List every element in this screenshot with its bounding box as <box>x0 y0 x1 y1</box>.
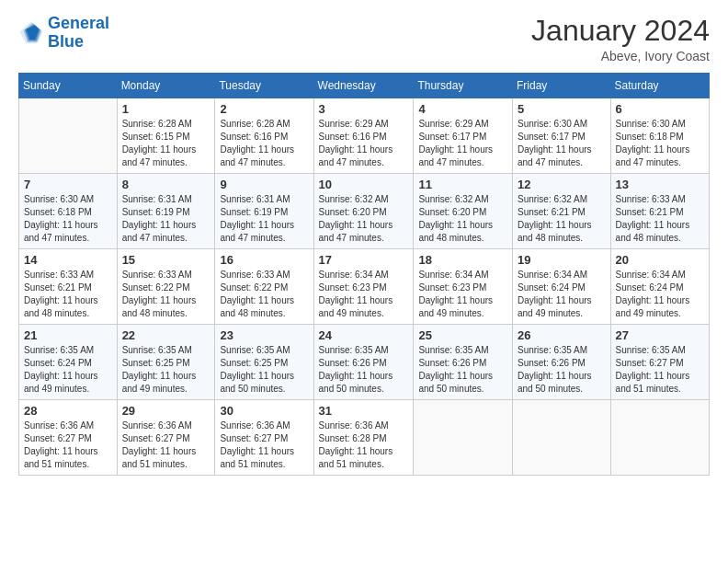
day-info: Sunrise: 6:34 AMSunset: 6:23 PMDaylight:… <box>319 269 409 320</box>
day-number: 1 <box>122 102 210 116</box>
calendar-cell: 28Sunrise: 6:36 AMSunset: 6:27 PMDayligh… <box>19 400 118 476</box>
logo: General Blue <box>18 15 109 52</box>
day-number: 27 <box>616 328 704 342</box>
day-number: 19 <box>518 253 606 267</box>
calendar-week-row: 21Sunrise: 6:35 AMSunset: 6:24 PMDayligh… <box>19 325 710 400</box>
day-info: Sunrise: 6:35 AMSunset: 6:24 PMDaylight:… <box>24 344 112 396</box>
day-number: 12 <box>518 178 606 191</box>
day-info: Sunrise: 6:36 AMSunset: 6:27 PMDaylight:… <box>24 419 112 471</box>
calendar-cell: 10Sunrise: 6:32 AMSunset: 6:20 PMDayligh… <box>313 174 414 249</box>
calendar-cell: 18Sunrise: 6:34 AMSunset: 6:23 PMDayligh… <box>414 249 513 325</box>
day-number: 26 <box>518 328 606 342</box>
calendar-cell: 12Sunrise: 6:32 AMSunset: 6:21 PMDayligh… <box>512 174 610 249</box>
calendar-cell: 8Sunrise: 6:31 AMSunset: 6:19 PMDaylight… <box>117 174 215 249</box>
calendar-cell: 4Sunrise: 6:29 AMSunset: 6:17 PMDaylight… <box>414 98 513 174</box>
day-number: 14 <box>24 253 112 267</box>
calendar-cell: 29Sunrise: 6:36 AMSunset: 6:27 PMDayligh… <box>117 400 215 476</box>
day-number: 8 <box>122 178 210 191</box>
day-info: Sunrise: 6:33 AMSunset: 6:22 PMDaylight:… <box>220 269 308 320</box>
calendar-cell: 25Sunrise: 6:35 AMSunset: 6:26 PMDayligh… <box>414 325 513 400</box>
day-number: 13 <box>616 178 704 191</box>
calendar-cell: 24Sunrise: 6:35 AMSunset: 6:26 PMDayligh… <box>313 325 414 400</box>
title-block: January 2024 Abeve, Ivory Coast <box>531 15 710 63</box>
day-info: Sunrise: 6:28 AMSunset: 6:16 PMDaylight:… <box>220 118 308 169</box>
day-number: 29 <box>122 404 210 418</box>
day-header-wednesday: Wednesday <box>313 74 414 98</box>
day-header-saturday: Saturday <box>610 74 709 98</box>
day-info: Sunrise: 6:36 AMSunset: 6:27 PMDaylight:… <box>220 419 308 471</box>
day-info: Sunrise: 6:32 AMSunset: 6:20 PMDaylight:… <box>418 193 507 245</box>
calendar-week-row: 7Sunrise: 6:30 AMSunset: 6:18 PMDaylight… <box>19 174 710 249</box>
day-header-thursday: Thursday <box>414 74 513 98</box>
day-number: 16 <box>220 253 308 267</box>
day-info: Sunrise: 6:33 AMSunset: 6:21 PMDaylight:… <box>24 269 112 320</box>
day-header-monday: Monday <box>117 74 215 98</box>
page: General Blue January 2024 Abeve, Ivory C… <box>0 0 728 563</box>
calendar-cell: 19Sunrise: 6:34 AMSunset: 6:24 PMDayligh… <box>512 249 610 325</box>
day-info: Sunrise: 6:35 AMSunset: 6:25 PMDaylight:… <box>122 344 210 396</box>
day-number: 15 <box>122 253 210 267</box>
day-number: 17 <box>319 253 409 267</box>
day-number: 7 <box>24 178 112 191</box>
day-header-tuesday: Tuesday <box>215 74 313 98</box>
day-info: Sunrise: 6:30 AMSunset: 6:18 PMDaylight:… <box>616 118 704 169</box>
day-info: Sunrise: 6:34 AMSunset: 6:23 PMDaylight:… <box>418 269 507 320</box>
day-number: 10 <box>319 178 409 191</box>
day-number: 30 <box>220 404 308 418</box>
day-info: Sunrise: 6:36 AMSunset: 6:27 PMDaylight:… <box>122 419 210 471</box>
calendar-cell: 7Sunrise: 6:30 AMSunset: 6:18 PMDaylight… <box>19 174 118 249</box>
day-info: Sunrise: 6:34 AMSunset: 6:24 PMDaylight:… <box>616 269 704 320</box>
calendar-cell: 3Sunrise: 6:29 AMSunset: 6:16 PMDaylight… <box>313 98 414 174</box>
day-info: Sunrise: 6:28 AMSunset: 6:15 PMDaylight:… <box>122 118 210 169</box>
day-info: Sunrise: 6:30 AMSunset: 6:17 PMDaylight:… <box>518 118 606 169</box>
calendar-cell: 20Sunrise: 6:34 AMSunset: 6:24 PMDayligh… <box>610 249 709 325</box>
day-number: 23 <box>220 328 308 342</box>
calendar-cell <box>414 400 513 476</box>
day-info: Sunrise: 6:35 AMSunset: 6:26 PMDaylight:… <box>418 344 507 396</box>
calendar-cell: 22Sunrise: 6:35 AMSunset: 6:25 PMDayligh… <box>117 325 215 400</box>
day-info: Sunrise: 6:32 AMSunset: 6:21 PMDaylight:… <box>518 193 606 245</box>
day-number: 25 <box>418 328 507 342</box>
calendar-cell: 14Sunrise: 6:33 AMSunset: 6:21 PMDayligh… <box>19 249 118 325</box>
calendar-cell: 21Sunrise: 6:35 AMSunset: 6:24 PMDayligh… <box>19 325 118 400</box>
calendar-cell: 6Sunrise: 6:30 AMSunset: 6:18 PMDaylight… <box>610 98 709 174</box>
day-number: 3 <box>319 102 409 116</box>
calendar-cell: 23Sunrise: 6:35 AMSunset: 6:25 PMDayligh… <box>215 325 313 400</box>
day-number: 5 <box>518 102 606 116</box>
calendar-cell <box>610 400 709 476</box>
calendar-header-row: SundayMondayTuesdayWednesdayThursdayFrid… <box>19 74 710 98</box>
calendar-cell: 26Sunrise: 6:35 AMSunset: 6:26 PMDayligh… <box>512 325 610 400</box>
day-number: 11 <box>418 178 507 191</box>
calendar-cell: 11Sunrise: 6:32 AMSunset: 6:20 PMDayligh… <box>414 174 513 249</box>
day-number: 2 <box>220 102 308 116</box>
day-number: 6 <box>616 102 704 116</box>
day-info: Sunrise: 6:35 AMSunset: 6:26 PMDaylight:… <box>319 344 409 396</box>
logo-text: General Blue <box>48 15 109 52</box>
day-number: 20 <box>616 253 704 267</box>
calendar-week-row: 14Sunrise: 6:33 AMSunset: 6:21 PMDayligh… <box>19 249 710 325</box>
day-number: 9 <box>220 178 308 191</box>
day-number: 18 <box>418 253 507 267</box>
calendar-cell <box>512 400 610 476</box>
day-number: 21 <box>24 328 112 342</box>
calendar-cell: 13Sunrise: 6:33 AMSunset: 6:21 PMDayligh… <box>610 174 709 249</box>
day-number: 31 <box>319 404 409 418</box>
day-info: Sunrise: 6:30 AMSunset: 6:18 PMDaylight:… <box>24 193 112 245</box>
logo-line2: Blue <box>48 32 84 51</box>
day-header-friday: Friday <box>512 74 610 98</box>
day-number: 28 <box>24 404 112 418</box>
day-info: Sunrise: 6:32 AMSunset: 6:20 PMDaylight:… <box>319 193 409 245</box>
day-number: 4 <box>418 102 507 116</box>
day-info: Sunrise: 6:33 AMSunset: 6:22 PMDaylight:… <box>122 269 210 320</box>
calendar-cell: 1Sunrise: 6:28 AMSunset: 6:15 PMDaylight… <box>117 98 215 174</box>
calendar-cell: 27Sunrise: 6:35 AMSunset: 6:27 PMDayligh… <box>610 325 709 400</box>
day-info: Sunrise: 6:35 AMSunset: 6:27 PMDaylight:… <box>616 344 704 396</box>
day-info: Sunrise: 6:33 AMSunset: 6:21 PMDaylight:… <box>616 193 704 245</box>
calendar-cell: 31Sunrise: 6:36 AMSunset: 6:28 PMDayligh… <box>313 400 414 476</box>
header: General Blue January 2024 Abeve, Ivory C… <box>18 15 710 63</box>
logo-line1: General <box>48 14 109 32</box>
day-number: 22 <box>122 328 210 342</box>
logo-icon <box>18 20 44 46</box>
calendar-table: SundayMondayTuesdayWednesdayThursdayFrid… <box>18 73 710 476</box>
day-number: 24 <box>319 328 409 342</box>
